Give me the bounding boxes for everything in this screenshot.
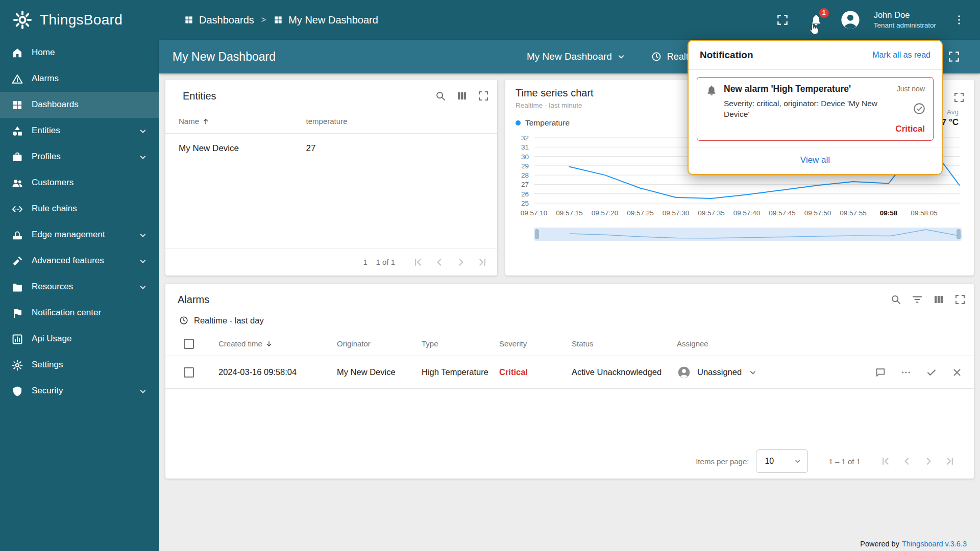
entities-last-page-button[interactable] <box>472 252 493 273</box>
breadcrumb: Dashboards > My New Dashboard <box>159 14 378 26</box>
alarms-next-page-button[interactable] <box>918 450 939 472</box>
sidebar-item-security[interactable]: Security <box>0 378 159 404</box>
alarms-last-page-button[interactable] <box>939 450 961 472</box>
column-header-severity[interactable]: Severity <box>493 339 566 348</box>
entities-columns-button[interactable] <box>451 85 473 107</box>
items-per-page-select[interactable]: 10 <box>756 449 808 473</box>
notification-item[interactable]: New alarm 'High Temperature' Just now Se… <box>697 77 934 141</box>
row-checkbox[interactable] <box>184 367 194 378</box>
view-all-link[interactable]: View all <box>689 147 942 174</box>
alarm-details-button[interactable] <box>870 362 891 383</box>
mark-read-button[interactable] <box>913 102 926 115</box>
profiles-icon <box>11 151 23 163</box>
more-menu-button[interactable] <box>948 9 970 31</box>
breadcrumb-dashboards[interactable]: Dashboards <box>184 14 254 26</box>
x-tick-label: 09:58:05 <box>911 209 938 217</box>
sidebar-item-resources[interactable]: Resources <box>0 274 159 300</box>
y-tick-label: 26 <box>521 190 529 197</box>
sidebar-item-label: Entities <box>32 126 60 136</box>
alarms-table-header: Created time Originator Type Severity St… <box>165 332 974 356</box>
alarms-first-page-button[interactable] <box>875 450 896 472</box>
powered-by-link[interactable]: Thingsboard v.3.6.3 <box>902 540 967 548</box>
chart-fullscreen-button[interactable] <box>948 87 970 108</box>
sidebar-item-customers[interactable]: Customers <box>0 170 159 196</box>
rule-chains-icon <box>11 203 23 215</box>
breadcrumb-my-new-dashboard[interactable]: My New Dashboard <box>273 14 378 26</box>
customers-icon <box>11 177 23 189</box>
sidebar-item-notification-center[interactable]: Notification center <box>0 300 159 326</box>
alarm-table-row[interactable]: 2024-03-16 09:58:04 My New Device High T… <box>165 356 974 389</box>
entities-previous-page-button[interactable] <box>429 252 450 273</box>
sidebar-item-edge-management[interactable]: Edge management <box>0 222 159 248</box>
column-header-temperature[interactable]: temperature <box>306 117 497 126</box>
sidebar: ThingsBoard Home Alarms Dashboards Entit… <box>0 0 159 551</box>
column-header-assignee[interactable]: Assignee <box>671 339 849 348</box>
advanced-features-icon <box>11 255 23 267</box>
user-menu[interactable]: John Doe Tenant administrator <box>874 10 936 30</box>
alarms-search-button[interactable] <box>885 289 906 310</box>
entities-table-header: Name temperature <box>165 109 497 134</box>
y-axis-labels: 32 31 30 29 28 27 26 25 <box>508 135 531 206</box>
alarms-columns-button[interactable] <box>928 289 949 310</box>
sidebar-item-alarms[interactable]: Alarms <box>0 66 159 92</box>
sidebar-item-advanced-features[interactable]: Advanced features <box>0 248 159 274</box>
chevron-left-icon <box>433 256 446 268</box>
column-header-status[interactable]: Status <box>566 339 671 348</box>
edge-management-icon <box>11 229 23 241</box>
alarm-acknowledge-button[interactable] <box>921 362 942 383</box>
alarms-timewindow-button[interactable]: Realtime - last day <box>165 313 264 332</box>
home-icon <box>11 47 23 59</box>
alarm-assignee-select[interactable]: Unassigned <box>671 365 849 380</box>
notification-popup-header: Notification Mark all as read <box>689 41 942 70</box>
column-header-name[interactable]: Name <box>179 117 306 126</box>
column-header-created-time[interactable]: Created time <box>212 339 331 348</box>
entities-table-row[interactable]: My New Device 27 <box>165 134 497 163</box>
sidebar-item-rule-chains[interactable]: Rule chains <box>0 196 159 222</box>
x-tick-label: 09:57:30 <box>663 209 690 217</box>
user-avatar[interactable] <box>839 9 862 31</box>
fullscreen-icon <box>954 293 966 306</box>
dashboard-state-select[interactable]: My New Dashboard <box>527 51 626 62</box>
powered-by: Powered byThingsboard v.3.6.3 <box>860 540 967 548</box>
alarm-clear-button[interactable] <box>946 362 968 383</box>
fullscreen-button[interactable] <box>772 9 793 31</box>
entities-fullscreen-button[interactable] <box>473 85 494 107</box>
column-label: Created time <box>218 339 262 348</box>
chevron-down-icon <box>138 230 148 240</box>
dashboard-fullscreen-button[interactable] <box>943 46 965 67</box>
select-all-checkbox[interactable] <box>184 339 194 349</box>
sidebar-item-label: Home <box>32 47 55 58</box>
entities-first-page-button[interactable] <box>407 252 429 273</box>
fullscreen-icon <box>776 13 789 27</box>
more-icon <box>900 367 912 378</box>
last-page-icon <box>476 256 488 268</box>
sidebar-item-label: Advanced features <box>32 256 104 266</box>
alarms-filter-button[interactable] <box>906 289 928 310</box>
column-header-originator[interactable]: Originator <box>331 339 415 348</box>
sidebar-item-api-usage[interactable]: Api Usage <box>0 326 159 352</box>
breadcrumb-separator: > <box>261 15 266 24</box>
notification-item-title: New alarm 'High Temperature' <box>724 84 891 95</box>
sidebar-item-profiles[interactable]: Profiles <box>0 144 159 170</box>
legend-item-temperature[interactable]: Temperature <box>516 118 570 128</box>
sidebar-item-dashboards[interactable]: Dashboards <box>0 92 159 118</box>
brand-logo[interactable]: ThingsBoard <box>0 0 159 40</box>
alarm-more-button[interactable] <box>895 362 917 383</box>
notification-center-icon <box>11 307 23 319</box>
y-tick-label: 31 <box>521 143 529 151</box>
entities-next-page-button[interactable] <box>450 252 472 273</box>
column-header-type[interactable]: Type <box>415 339 493 348</box>
notifications-button[interactable]: 1 <box>805 9 827 31</box>
sidebar-item-home[interactable]: Home <box>0 40 159 66</box>
alarms-fullscreen-button[interactable] <box>949 289 971 310</box>
sidebar-item-label: Alarms <box>32 73 59 84</box>
chart-time-brush[interactable] <box>534 228 962 241</box>
alarms-previous-page-button[interactable] <box>896 450 918 472</box>
entities-search-button[interactable] <box>430 85 451 107</box>
y-tick-label: 30 <box>521 153 529 160</box>
sort-ascending-icon <box>202 117 210 126</box>
mark-all-as-read-link[interactable]: Mark all as read <box>872 51 930 60</box>
sidebar-item-settings[interactable]: Settings <box>0 352 159 378</box>
sidebar-item-entities[interactable]: Entities <box>0 118 159 144</box>
x-tick-label: 09:57:10 <box>521 209 548 217</box>
